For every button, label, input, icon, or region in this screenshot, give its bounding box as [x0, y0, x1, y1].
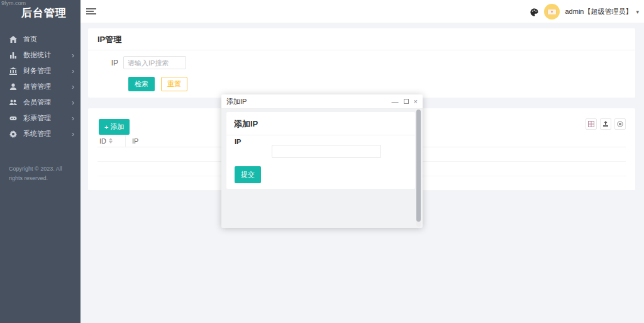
caret-down-icon[interactable]: ▾ — [636, 9, 639, 15]
sidebar-item-label: 彩票管理 — [23, 113, 51, 123]
export-icon — [602, 121, 609, 127]
sidebar-item-statistics[interactable]: 数据统计 › — [0, 47, 80, 63]
chevron-right-icon: › — [72, 67, 74, 76]
user-menu[interactable]: admin【超级管理员】 — [565, 7, 633, 16]
divider — [226, 135, 415, 135]
watermark-text: 9fym.com — [1, 0, 26, 6]
chevron-right-icon: › — [72, 82, 74, 91]
bar-chart-icon — [9, 51, 17, 59]
column-header-id[interactable]: ID — [99, 137, 106, 145]
top-header: admin【超级管理员】 ▾ — [80, 0, 644, 23]
sidebar-item-label: 系统管理 — [23, 129, 51, 139]
modal-scrollbar — [416, 110, 421, 227]
theme-palette-icon[interactable] — [530, 8, 538, 16]
ticket-icon — [9, 114, 17, 122]
filter-columns-button[interactable] — [586, 118, 597, 130]
add-ip-modal: 添加IP — × 添加IP IP 提交 — [221, 94, 423, 228]
add-button[interactable]: + 添加 — [99, 119, 130, 135]
column-header-ip[interactable]: IP — [126, 137, 138, 145]
gear-icon — [9, 130, 17, 138]
filter-icon — [588, 121, 594, 127]
search-button[interactable]: 检索 — [128, 77, 155, 91]
print-button[interactable] — [614, 118, 626, 130]
sidebar-item-label: 数据统计 — [23, 50, 51, 60]
plus-icon: + — [104, 123, 108, 131]
reset-button[interactable]: 重置 — [161, 77, 187, 91]
modal-body: 添加IP IP 提交 — [221, 109, 423, 228]
user-icon — [9, 82, 17, 91]
sidebar-item-finance[interactable]: 财务管理 › — [0, 63, 80, 79]
sidebar-item-home[interactable]: 首页 — [0, 31, 80, 47]
sidebar: 9fym.com 后台管理 首页 数据统计 › 财务管理 › — [0, 0, 80, 323]
add-button-label: 添加 — [110, 122, 124, 132]
chevron-right-icon: › — [72, 114, 74, 123]
ip-search-input[interactable] — [123, 56, 186, 69]
modal-heading: 添加IP — [226, 112, 415, 135]
add-ip-form-card: 添加IP IP 提交 — [226, 112, 415, 189]
chevron-right-icon: › — [72, 130, 74, 139]
sidebar-item-label: 首页 — [23, 35, 37, 44]
sidebar-menu: 首页 数据统计 › 财务管理 › 超管管理 › — [0, 31, 80, 142]
page-title: IP管理 — [88, 28, 635, 50]
print-icon — [617, 121, 623, 127]
sidebar-item-superadmin[interactable]: 超管管理 › — [0, 79, 80, 94]
modal-titlebar[interactable]: 添加IP — × — [221, 94, 423, 109]
sidebar-item-label: 财务管理 — [23, 66, 51, 76]
sort-icon[interactable] — [109, 138, 113, 144]
bank-icon — [9, 67, 17, 75]
modal-title: 添加IP — [226, 97, 247, 106]
sidebar-item-system[interactable]: 系统管理 › — [0, 126, 80, 142]
maximize-icon[interactable] — [404, 99, 409, 104]
close-icon[interactable]: × — [414, 98, 418, 105]
home-icon — [9, 35, 17, 43]
copyright-text: Copyright © 2023. All rights reserved. — [0, 164, 80, 183]
users-icon — [9, 98, 17, 106]
submit-button[interactable]: 提交 — [235, 166, 261, 183]
chevron-right-icon: › — [72, 51, 74, 60]
export-button[interactable] — [600, 118, 611, 130]
chevron-right-icon: › — [72, 98, 74, 107]
sidebar-item-lottery[interactable]: 彩票管理 › — [0, 110, 80, 126]
minimize-icon[interactable]: — — [392, 98, 399, 105]
sidebar-item-members[interactable]: 会员管理 › — [0, 94, 80, 110]
sidebar-item-label: 超管管理 — [23, 82, 51, 91]
ip-search-label: IP — [88, 59, 123, 67]
divider — [88, 50, 635, 50]
sidebar-item-label: 会员管理 — [23, 98, 51, 107]
ip-field-input[interactable] — [272, 145, 381, 158]
ip-search-card: IP管理 IP 检索 重置 — [88, 28, 635, 98]
menu-toggle-icon[interactable] — [86, 7, 96, 16]
scrollbar-thumb[interactable] — [416, 110, 421, 222]
ip-field-label: IP — [235, 138, 241, 145]
user-avatar[interactable] — [544, 4, 560, 20]
